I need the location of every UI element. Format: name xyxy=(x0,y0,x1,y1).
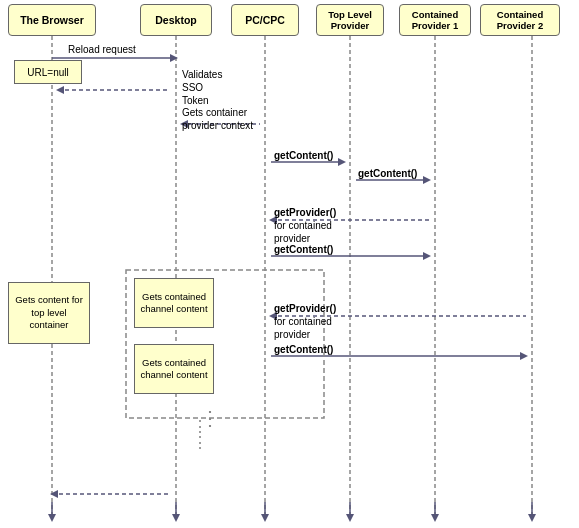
svg-marker-19 xyxy=(423,252,431,260)
actor-contained2-label: ContainedProvider 2 xyxy=(497,9,543,31)
getcontent4-label: getContent() xyxy=(274,344,333,355)
url-null-note: URL=null xyxy=(14,60,82,84)
getprovider1-label: getProvider()for containedprovider xyxy=(274,206,336,245)
actor-desktop-label: Desktop xyxy=(155,14,196,26)
svg-text:⋮: ⋮ xyxy=(192,434,208,451)
svg-marker-9 xyxy=(56,86,64,94)
svg-marker-36 xyxy=(346,514,354,522)
actor-contained2: ContainedProvider 2 xyxy=(480,4,560,36)
gets-contained-2-note: Gets contained channel content xyxy=(134,344,214,394)
gets-content-toplevel-note: Gets content for top level container xyxy=(8,282,90,344)
validates-sso-label: ValidatesSSOToken xyxy=(182,68,222,107)
svg-marker-34 xyxy=(261,514,269,522)
sequence-diagram: ⋮ ⋮ The Browser Desktop PC/CPC Top Level… xyxy=(0,0,579,528)
actor-browser-label: The Browser xyxy=(20,14,84,26)
svg-marker-28 xyxy=(50,490,58,498)
actor-pccpc: PC/CPC xyxy=(231,4,299,36)
url-null-label: URL=null xyxy=(27,67,68,78)
ellipsis: ⋮ xyxy=(200,406,220,430)
getcontent2-label: getContent() xyxy=(358,168,417,179)
actor-desktop: Desktop xyxy=(140,4,212,36)
svg-marker-13 xyxy=(338,158,346,166)
svg-marker-7 xyxy=(170,54,178,62)
svg-marker-40 xyxy=(528,514,536,522)
gets-container-label: Gets containerprovider context xyxy=(182,106,253,132)
svg-marker-23 xyxy=(520,352,528,360)
actor-toplevel: Top LevelProvider xyxy=(316,4,384,36)
actor-contained1-label: ContainedProvider 1 xyxy=(412,9,458,31)
svg-marker-32 xyxy=(172,514,180,522)
getcontent3-label: getContent() xyxy=(274,244,333,255)
svg-marker-38 xyxy=(431,514,439,522)
actor-contained1: ContainedProvider 1 xyxy=(399,4,471,36)
actor-browser: The Browser xyxy=(8,4,96,36)
svg-marker-15 xyxy=(423,176,431,184)
actor-pccpc-label: PC/CPC xyxy=(245,14,285,26)
svg-marker-30 xyxy=(48,514,56,522)
actor-toplevel-label: Top LevelProvider xyxy=(328,9,372,31)
getprovider2-label: getProvider()for containedprovider xyxy=(274,302,336,341)
getcontent1-label: getContent() xyxy=(274,150,333,161)
gets-contained-1-note: Gets contained channel content xyxy=(134,278,214,328)
reload-request-label: Reload request xyxy=(68,44,136,55)
diagram-svg: ⋮ ⋮ xyxy=(0,0,579,528)
